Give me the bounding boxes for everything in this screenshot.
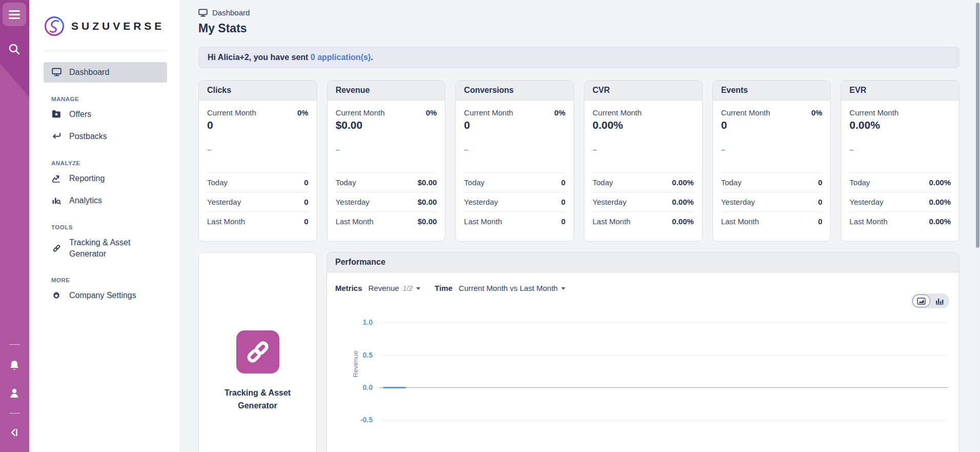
sidebar-item-company-settings[interactable]: Company Settings (44, 285, 167, 306)
menu-button[interactable] (3, 3, 26, 26)
applications-link[interactable]: 0 application(s) (311, 53, 371, 62)
stat-value: 0.00% (849, 119, 951, 131)
user-icon (8, 387, 21, 399)
sidebar-section-analyze: ANALYZE (44, 160, 167, 166)
line-chart-icon (51, 174, 62, 183)
chart-controls: Metrics Revenue 1/2 Time Current Month v… (335, 284, 951, 292)
performance-title: Performance (327, 252, 959, 272)
brand-wordmark: SUZUVERSE (71, 20, 165, 32)
sparkline-placeholder: – (849, 145, 951, 154)
bell-icon (8, 359, 21, 371)
stat-row: Last Month0 (207, 211, 309, 231)
stat-row: Last Month0.00% (593, 211, 694, 231)
stat-card-clicks: Clicks Current Month0% 0 – Today0 Yester… (198, 80, 317, 242)
stat-row: Last Month0 (721, 211, 823, 231)
stat-row: Yesterday0 (207, 192, 309, 211)
breadcrumb-label: Dashboard (212, 8, 250, 17)
sidebar-item-tracking-asset-generator[interactable]: Tracking & Asset Generator (44, 232, 167, 264)
tool-card-title: Tracking & Asset Generator (199, 387, 316, 412)
gridline (380, 322, 948, 323)
collapse-sidebar-button[interactable] (5, 423, 24, 442)
sidebar: SUZUVERSE Dashboard MANAGE Offers Postba… (29, 0, 180, 452)
chevron-down-icon (561, 287, 565, 290)
stat-row: Yesterday0.00% (593, 192, 694, 211)
metrics-page-indicator: 1/2 (403, 284, 413, 292)
brand-logo[interactable]: SUZUVERSE (44, 15, 167, 37)
current-month-label: Current Month (207, 108, 256, 117)
stat-row: Today0.00% (593, 172, 694, 192)
notifications-button[interactable] (5, 356, 24, 375)
stat-cards-row: Clicks Current Month0% 0 – Today0 Yester… (198, 80, 959, 242)
search-icon (8, 43, 21, 56)
stat-value: 0.00% (593, 119, 694, 131)
monitor-icon (51, 68, 62, 76)
change-badge: 0% (811, 108, 823, 117)
monitor-icon (198, 9, 208, 17)
current-month-label: Current Month (336, 108, 385, 117)
stat-card-cvr: CVR Current Month 0.00% – Today0.00% Yes… (584, 80, 703, 242)
performance-chart: Revenue 1.0 0.5 0.0 -0.5 (335, 300, 951, 452)
stat-card-revenue: Revenue Current Month0% $0.00 – Today$0.… (327, 80, 446, 242)
link-icon (51, 244, 62, 253)
metrics-dropdown[interactable]: Revenue 1/2 (369, 284, 421, 292)
current-month-label: Current Month (849, 108, 899, 117)
sidebar-item-offers[interactable]: Offers (44, 104, 167, 125)
sidebar-item-label: Tracking & Asset Generator (69, 237, 162, 259)
change-badge: 0% (426, 108, 437, 117)
stat-card-events: Events Current Month0% 0 – Today0 Yester… (712, 80, 831, 242)
rail-divider (9, 413, 20, 414)
scrollbar-thumb[interactable] (976, 3, 979, 248)
applications-alert: Hi Alicia+2, you have sent 0 application… (198, 47, 959, 68)
vertical-scrollbar (975, 0, 980, 452)
current-month-label: Current Month (464, 108, 513, 117)
stat-card-evr: EVR Current Month 0.00% – Today0.00% Yes… (841, 80, 959, 242)
stat-row: Today0 (721, 172, 823, 192)
sparkline-placeholder: – (464, 145, 565, 154)
rail-divider (9, 344, 20, 345)
bar-chart-magnifier-icon (51, 196, 62, 205)
stat-value: 0 (464, 119, 565, 131)
stat-row: Last Month0.00% (849, 211, 951, 231)
suzuverse-logo-icon (44, 15, 65, 37)
sidebar-divider (44, 50, 167, 51)
stat-row: Today0 (207, 172, 309, 192)
return-arrow-icon (51, 132, 62, 140)
y-tick: 1.0 (335, 318, 373, 326)
gridline (380, 420, 948, 420)
time-label: Time (435, 284, 453, 292)
sparkline-placeholder: – (336, 145, 437, 154)
stat-row: Yesterday$0.00 (336, 192, 437, 211)
search-button[interactable] (4, 39, 25, 60)
stat-row: Yesterday0 (721, 192, 823, 211)
chevron-down-icon (416, 287, 420, 290)
current-month-label: Current Month (593, 108, 642, 117)
sidebar-item-postbacks[interactable]: Postbacks (44, 126, 167, 147)
sparkline-placeholder: – (207, 145, 309, 154)
sparkline-placeholder: – (593, 145, 694, 154)
tracking-asset-generator-card[interactable]: Tracking & Asset Generator (198, 252, 317, 452)
y-axis-label: Revenue (352, 341, 359, 387)
change-badge: 0% (554, 108, 565, 117)
stat-value: 0 (721, 119, 823, 131)
sidebar-item-label: Dashboard (69, 67, 109, 78)
sidebar-section-more: MORE (44, 277, 167, 283)
stat-row: Last Month0 (464, 211, 565, 231)
sidebar-item-reporting[interactable]: Reporting (44, 168, 167, 189)
stat-card-title: Revenue (328, 81, 445, 101)
page-title: My Stats (198, 22, 959, 35)
profile-button[interactable] (5, 383, 24, 403)
sidebar-item-analytics[interactable]: Analytics (44, 190, 167, 211)
main-content: Dashboard My Stats Hi Alicia+2, you have… (180, 0, 980, 452)
time-dropdown[interactable]: Current Month vs Last Month (459, 284, 565, 292)
sparkline-placeholder: – (721, 145, 823, 154)
stat-card-title: Events (713, 81, 831, 101)
stat-row: Today0 (464, 172, 565, 192)
stat-row: Today$0.00 (336, 172, 437, 192)
breadcrumb: Dashboard (198, 8, 959, 17)
stat-row: Yesterday0 (464, 192, 565, 211)
stat-card-conversions: Conversions Current Month0% 0 – Today0 Y… (455, 80, 574, 242)
link-tile (236, 330, 279, 374)
collapse-left-icon (9, 427, 20, 438)
sidebar-item-dashboard[interactable]: Dashboard (44, 62, 167, 83)
stat-row: Yesterday0.00% (849, 192, 951, 211)
